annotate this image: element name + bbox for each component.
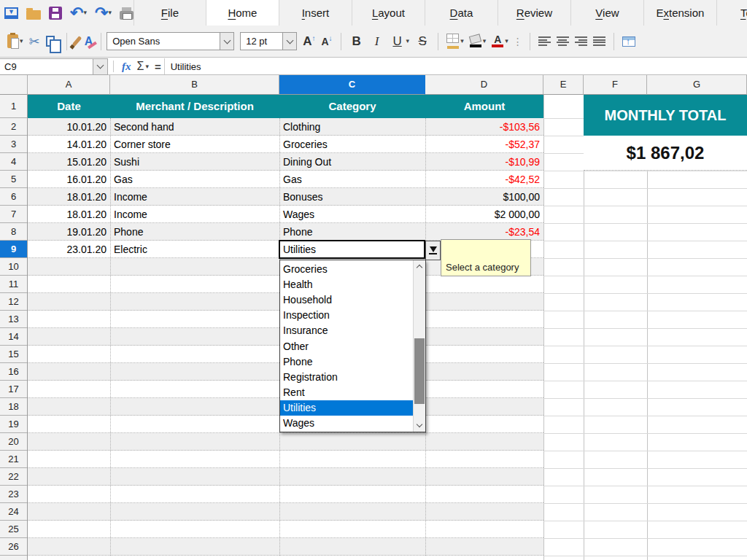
cell-B4[interactable]: Sushi (110, 153, 279, 171)
tab-file[interactable]: File (133, 0, 206, 26)
cell-B9[interactable]: Electric (110, 241, 279, 258)
save-icon[interactable] (49, 7, 62, 20)
row-header-20[interactable]: 20 (0, 433, 28, 451)
font-size-combobox[interactable]: 12 pt (240, 32, 297, 50)
cell-A7[interactable]: 18.01.20 (28, 206, 110, 223)
row-header-8[interactable]: 8 (0, 223, 28, 241)
dropdown-item-health[interactable]: Health (280, 276, 413, 292)
redo-icon[interactable]: ↷▾ (95, 6, 112, 20)
row-header-25[interactable]: 25 (0, 521, 28, 538)
cell-A3[interactable]: 14.01.20 (28, 136, 110, 153)
cell-A5[interactable]: 16.01.20 (28, 171, 110, 188)
font-name-dropdown-icon[interactable] (220, 33, 233, 50)
row-header-4[interactable]: 4 (0, 153, 28, 171)
overflow-icon[interactable]: ⋮ (513, 36, 523, 47)
cell-A9[interactable]: 23.01.20 (28, 241, 110, 258)
category-cell-combobox[interactable]: Utilities (279, 240, 425, 259)
borders-button[interactable]: ▾ (446, 31, 464, 52)
header-cell-merchant[interactable]: Merchant / Description (110, 95, 279, 118)
dropdown-item-inspection[interactable]: Inspection (280, 308, 413, 323)
row-header-12[interactable]: 12 (0, 293, 28, 311)
cell-D6[interactable]: $100,00 (425, 188, 543, 206)
copy-button[interactable] (46, 31, 58, 52)
name-box[interactable]: C9 (0, 58, 108, 75)
dropdown-item-phone[interactable]: Phone (280, 354, 413, 369)
row-header-7[interactable]: 7 (0, 206, 28, 223)
cell-C2[interactable]: Clothing (279, 118, 425, 136)
column-header-C[interactable]: C (279, 75, 425, 95)
row-header-1[interactable]: 1 (0, 95, 28, 118)
column-header-B[interactable]: B (110, 75, 279, 95)
cell-B5[interactable]: Gas (110, 171, 279, 188)
dropdown-item-registration[interactable]: Registration (280, 369, 413, 384)
undo-icon[interactable]: ↶▾ (70, 6, 87, 20)
row-header-2[interactable]: 2 (0, 118, 28, 136)
print-icon[interactable] (120, 6, 133, 20)
row-header-11[interactable]: 11 (0, 276, 28, 293)
tab-view[interactable]: View (571, 0, 644, 26)
font-color-button[interactable]: A▾ (492, 31, 508, 52)
row-header-15[interactable]: 15 (0, 346, 28, 363)
column-header-G[interactable]: G (647, 75, 747, 95)
cell-D3[interactable]: -$52,37 (425, 136, 543, 153)
dropdown-scrollbar[interactable] (413, 260, 425, 432)
row-header-21[interactable]: 21 (0, 451, 28, 468)
align-left-button[interactable] (538, 31, 551, 52)
header-cell-date[interactable]: Date (28, 95, 110, 118)
cell-A8[interactable]: 19.01.20 (28, 223, 110, 241)
clone-formatting-button[interactable] (75, 31, 79, 52)
row-header-3[interactable]: 3 (0, 136, 28, 153)
dropdown-item-household[interactable]: Household (280, 292, 413, 307)
shrink-font-button[interactable]: A↓ (321, 31, 332, 52)
row-header-10[interactable]: 10 (0, 258, 28, 276)
clear-formatting-button[interactable]: A (85, 31, 93, 52)
font-size-dropdown-icon[interactable] (282, 33, 296, 50)
panel-toggle-icon[interactable]: ▼ (4, 7, 18, 19)
formula-input[interactable]: Utilities (164, 58, 747, 74)
column-header-F[interactable]: F (584, 75, 647, 95)
dropdown-item-insurance[interactable]: Insurance (280, 323, 413, 338)
name-box-dropdown-icon[interactable] (93, 59, 107, 74)
cell-D4[interactable]: -$10,99 (425, 153, 543, 171)
scrollbar-down-icon[interactable] (414, 419, 425, 432)
align-right-button[interactable] (575, 31, 587, 52)
row-header-6[interactable]: 6 (0, 188, 28, 206)
cell-D2[interactable]: -$103,56 (425, 118, 543, 136)
underline-button[interactable]: U▾ (390, 31, 410, 52)
row-header-18[interactable]: 18 (0, 398, 28, 416)
row-header-5[interactable]: 5 (0, 171, 28, 188)
dropdown-item-other[interactable]: Other (280, 338, 413, 354)
font-name-combobox[interactable]: Open Sans (107, 32, 234, 50)
dropdown-item-utilities[interactable]: Utilities (280, 400, 413, 416)
cell-C4[interactable]: Dining Out (279, 153, 425, 171)
bold-button[interactable]: B (349, 31, 364, 52)
tab-insert[interactable]: Insert (279, 0, 352, 26)
background-color-button[interactable]: ▾ (470, 31, 487, 52)
align-center-button[interactable] (557, 31, 569, 52)
scrollbar-up-icon[interactable] (414, 260, 425, 273)
cell-D7[interactable]: $2 000,00 (425, 206, 543, 223)
strikethrough-button[interactable]: S (415, 31, 430, 52)
column-header-E[interactable]: E (543, 75, 584, 95)
monthly-total-value[interactable]: $1 867,02 (584, 136, 747, 171)
justify-button[interactable] (593, 31, 605, 52)
tab-review[interactable]: Review (498, 0, 571, 26)
cell-B7[interactable]: Income (110, 206, 279, 223)
cell-B6[interactable]: Income (110, 188, 279, 206)
category-dropdown-button[interactable] (425, 241, 441, 260)
tab-tools[interactable]: Tools (717, 0, 747, 26)
cell-C8[interactable]: Phone (279, 223, 425, 241)
cut-button[interactable]: ✂ (29, 31, 40, 52)
cell-A6[interactable]: 18.01.20 (28, 188, 110, 206)
cell-D5[interactable]: -$42,52 (425, 171, 543, 188)
row-header-24[interactable]: 24 (0, 503, 28, 521)
sum-button[interactable]: Σ▾ (137, 55, 149, 77)
tab-layout[interactable]: Layout (352, 0, 425, 26)
row-header-16[interactable]: 16 (0, 363, 28, 381)
cell-B2[interactable]: Second hand (110, 118, 279, 136)
grid-corner[interactable] (0, 75, 28, 95)
header-cell-amount[interactable]: Amount (425, 95, 543, 118)
cell-A4[interactable]: 15.01.20 (28, 153, 110, 171)
column-header-A[interactable]: A (28, 75, 110, 95)
scrollbar-thumb[interactable] (414, 338, 425, 404)
